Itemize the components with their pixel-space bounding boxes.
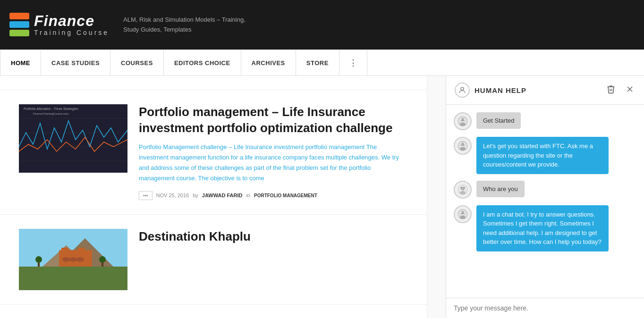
header-tagline: ALM, Risk and Simulation Models – Traini… bbox=[123, 15, 246, 35]
post-meta-in-1: in bbox=[246, 192, 250, 198]
logo-training-course: Training Course bbox=[34, 29, 109, 36]
destination-image bbox=[19, 229, 127, 290]
chat-input-area bbox=[446, 298, 644, 318]
post-meta-category-1[interactable]: PORTFOLIO MANAGEMENT bbox=[254, 193, 317, 198]
svg-rect-8 bbox=[19, 267, 127, 290]
logo-icon bbox=[9, 13, 29, 36]
svg-point-36 bbox=[460, 191, 466, 194]
logo-bar-orange bbox=[9, 13, 29, 19]
main-wrapper: Portfolio Allocation - Three Strategies … bbox=[0, 76, 644, 318]
chat-header-title: HUMAN HELP bbox=[475, 86, 526, 94]
svg-point-43 bbox=[464, 212, 465, 213]
chat-user-icon bbox=[455, 83, 470, 98]
post-content-1: Portfolio management – Life Insurance in… bbox=[139, 104, 408, 200]
logo-bar-blue bbox=[9, 21, 29, 28]
svg-point-14 bbox=[62, 257, 70, 262]
post-meta-author-1[interactable]: JAWWAD FARID bbox=[202, 192, 243, 198]
chat-bot-avatar-2 bbox=[454, 137, 472, 155]
svg-point-38 bbox=[464, 187, 465, 188]
post-excerpt-1: Portfolio Management challenge – Life In… bbox=[139, 142, 408, 184]
svg-point-37 bbox=[460, 187, 462, 188]
post-meta-dots-1[interactable]: ••• bbox=[139, 191, 153, 200]
nav-item-store[interactable]: STORE bbox=[296, 50, 339, 75]
post-content-2: Destination Khaplu bbox=[139, 229, 408, 251]
chat-header-left: HUMAN HELP bbox=[455, 83, 526, 98]
chat-header: HUMAN HELP bbox=[446, 76, 644, 105]
chat-message-3: Who are you bbox=[454, 181, 636, 199]
chat-close-button[interactable] bbox=[624, 84, 636, 97]
post-item: Portfolio Allocation - Three Strategies … bbox=[0, 90, 427, 215]
post-thumbnail-2 bbox=[19, 229, 127, 290]
chat-header-actions bbox=[605, 84, 636, 97]
nav-item-archives[interactable]: ARCHIVES bbox=[241, 50, 296, 75]
nav-item-editors-choice[interactable]: EDITORS CHOICE bbox=[164, 50, 241, 75]
nav-item-courses[interactable]: COURSES bbox=[110, 50, 164, 75]
post-meta-by-1: by bbox=[193, 192, 198, 198]
post-meta-date-1: NOV 25, 2016 bbox=[156, 192, 189, 198]
logo-text: Finance Training Course bbox=[34, 13, 109, 37]
logo-finance: Finance bbox=[34, 13, 109, 29]
chat-bubble-2: Let's get you started with FTC. Ask me a… bbox=[476, 137, 609, 174]
right-sidebar bbox=[427, 76, 446, 318]
chat-panel: HUMAN HELP bbox=[446, 76, 644, 318]
svg-text:Portfolio Allocation - Three S: Portfolio Allocation - Three Strategies bbox=[24, 107, 78, 111]
chat-bubble-1: Get Started bbox=[476, 112, 521, 129]
chat-message-2: Let's get you started with FTC. Ask me a… bbox=[454, 137, 636, 174]
content-area: Portfolio Allocation - Three Strategies … bbox=[0, 76, 427, 318]
chat-bot-avatar-1 bbox=[454, 112, 472, 130]
top-bar bbox=[0, 76, 427, 90]
svg-point-21 bbox=[461, 87, 464, 90]
post-thumbnail-1: Portfolio Allocation - Three Strategies … bbox=[19, 104, 127, 173]
chat-bot-avatar-3 bbox=[454, 205, 472, 223]
chat-user-avatar-1 bbox=[454, 181, 472, 199]
svg-point-16 bbox=[76, 257, 84, 262]
nav-item-case-studies[interactable]: CASE STUDIES bbox=[41, 50, 110, 75]
svg-point-31 bbox=[460, 147, 466, 151]
post-item-2: Destination Khaplu bbox=[0, 215, 427, 305]
svg-point-42 bbox=[461, 212, 462, 213]
site-header: Finance Training Course ALM, Risk and Si… bbox=[0, 0, 644, 50]
nav-item-home[interactable]: HOME bbox=[0, 50, 41, 75]
svg-point-18 bbox=[35, 256, 42, 263]
chat-message-1: Get Started bbox=[454, 112, 636, 130]
nav-more-button[interactable]: ⋮ bbox=[339, 50, 367, 75]
svg-point-26 bbox=[460, 123, 466, 126]
chat-message-4: I am a chat bot. I try to answer questio… bbox=[454, 205, 636, 251]
chart-bg: Portfolio Allocation - Three Strategies … bbox=[19, 104, 127, 173]
chat-input[interactable] bbox=[454, 304, 636, 312]
svg-point-28 bbox=[464, 119, 465, 120]
svg-rect-12 bbox=[61, 248, 68, 257]
logo-bar-green bbox=[9, 30, 29, 36]
post-title-2[interactable]: Destination Khaplu bbox=[139, 229, 408, 245]
chat-messages: Get Started Let's get you started with F… bbox=[446, 105, 644, 298]
svg-point-27 bbox=[461, 119, 462, 120]
svg-point-20 bbox=[99, 256, 106, 263]
svg-point-33 bbox=[464, 143, 465, 144]
post-meta-1: ••• NOV 25, 2016 by JAWWAD FARID in PORT… bbox=[139, 191, 408, 200]
svg-rect-13 bbox=[78, 248, 85, 257]
chat-delete-button[interactable] bbox=[605, 84, 617, 97]
svg-point-15 bbox=[69, 257, 77, 262]
svg-text:FinanceTrainingCourse.com: FinanceTrainingCourse.com bbox=[33, 112, 68, 115]
chart-svg: Portfolio Allocation - Three Strategies … bbox=[19, 104, 127, 173]
svg-point-32 bbox=[461, 143, 462, 144]
logo-area[interactable]: Finance Training Course bbox=[9, 13, 109, 37]
chat-bubble-3: Who are you bbox=[476, 181, 525, 197]
chat-bubble-4: I am a chat bot. I try to answer questio… bbox=[476, 205, 609, 251]
post-title-1[interactable]: Portfolio management – Life Insurance in… bbox=[139, 104, 408, 136]
main-nav: HOME CASE STUDIES COURSES EDITORS CHOICE… bbox=[0, 50, 644, 76]
svg-point-41 bbox=[460, 215, 466, 219]
